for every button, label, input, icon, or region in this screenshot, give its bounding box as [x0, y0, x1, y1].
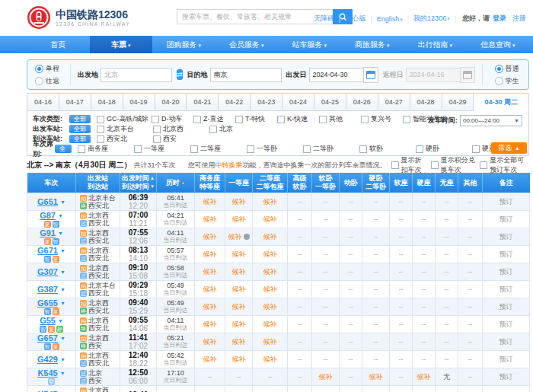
book-button[interactable]: 预订: [499, 215, 513, 223]
date-tab[interactable]: 04-18: [91, 93, 123, 111]
column-header[interactable]: 高级软卧: [288, 173, 312, 193]
column-header[interactable]: 无座: [436, 173, 458, 193]
train-expand-icon[interactable]: ▼: [60, 334, 65, 343]
book-button[interactable]: 预订: [499, 198, 513, 206]
seat-availability[interactable]: 候补: [232, 285, 246, 293]
nav-item[interactable]: 商旅服务▾: [341, 36, 404, 53]
nav-item[interactable]: 团购服务▾: [152, 36, 215, 53]
column-header[interactable]: 其他: [458, 173, 483, 193]
column-header[interactable]: 软座: [390, 173, 413, 193]
train-expand-icon[interactable]: ▼: [60, 247, 65, 255]
seat-availability[interactable]: 候补: [232, 250, 246, 258]
book-button[interactable]: 预订: [499, 233, 513, 241]
radio-normal[interactable]: 普通: [495, 64, 519, 74]
seat-availability[interactable]: 候补: [263, 285, 277, 293]
date-tab[interactable]: 04-26: [346, 93, 378, 111]
radio-round-trip[interactable]: 往返: [35, 76, 59, 86]
filter-checkbox[interactable]: D-动车: [152, 114, 190, 124]
seat-availability[interactable]: 候补: [232, 355, 246, 363]
train-code-link[interactable]: K545: [37, 369, 57, 378]
seat-availability[interactable]: 候补: [203, 250, 217, 258]
filter-checkbox[interactable]: 北京丰台: [97, 124, 150, 134]
depart-date-input[interactable]: [309, 68, 363, 82]
column-header[interactable]: 硬卧二等卧: [362, 173, 390, 193]
topbar-link[interactable]: English▾: [377, 15, 403, 23]
book-button[interactable]: 预订: [499, 320, 513, 328]
seat-availability[interactable]: 候补: [203, 215, 217, 223]
nav-item[interactable]: 站车服务▾: [278, 36, 341, 53]
train-code-link[interactable]: G91: [40, 229, 56, 237]
filter-checkbox[interactable]: 二等卧: [303, 144, 356, 154]
column-header[interactable]: 硬座: [413, 173, 436, 193]
filter-checkbox[interactable]: 硬卧: [416, 144, 469, 154]
train-code-link[interactable]: G387: [37, 285, 58, 294]
filter-all-button[interactable]: 全部: [69, 125, 91, 133]
seat-availability[interactable]: 候补: [232, 303, 246, 311]
topbar-link[interactable]: 我的12306▾: [413, 14, 450, 24]
date-tab[interactable]: 04-16: [27, 93, 59, 111]
filter-checkbox[interactable]: 商务座: [78, 144, 131, 154]
train-code-link[interactable]: G655: [37, 299, 58, 308]
swap-stations-icon[interactable]: ⇄: [177, 69, 183, 80]
book-button[interactable]: 预订: [499, 338, 513, 346]
date-tab[interactable]: 04-21: [186, 93, 219, 111]
transfer-link[interactable]: 中转换乘: [215, 161, 243, 169]
seat-availability[interactable]: 候补: [203, 338, 217, 346]
train-expand-icon[interactable]: ▼: [60, 299, 65, 308]
nav-item[interactable]: 信息查询▾: [467, 36, 530, 53]
column-header[interactable]: 软卧一等卧: [312, 173, 340, 193]
book-button[interactable]: 预订: [499, 268, 513, 276]
seat-availability[interactable]: 候补: [263, 320, 277, 328]
column-header[interactable]: 二等座二等包座: [253, 173, 288, 193]
filter-checkbox[interactable]: 北京: [209, 124, 263, 134]
filter-checkbox[interactable]: K-快速: [277, 114, 316, 124]
seat-availability[interactable]: 候补: [203, 320, 217, 328]
date-tab[interactable]: 04-23: [250, 93, 282, 111]
train-code-link[interactable]: G307: [37, 268, 58, 276]
filter-all-button[interactable]: 全部: [69, 135, 91, 143]
seat-availability[interactable]: 候补: [417, 373, 431, 381]
radio-one-way[interactable]: 单程: [35, 64, 59, 74]
filter-all-button[interactable]: 全部: [55, 145, 72, 153]
column-header[interactable]: 备注: [483, 173, 530, 193]
column-header[interactable]: 动卧: [340, 173, 362, 193]
seat-availability[interactable]: 候补: [203, 285, 217, 293]
train-code-link[interactable]: G87: [40, 212, 56, 220]
filter-all-button[interactable]: 全部: [69, 115, 91, 123]
filter-checkbox[interactable]: 软卧: [359, 144, 413, 154]
train-expand-icon[interactable]: ▼: [60, 369, 65, 378]
seat-availability[interactable]: 候补: [203, 233, 217, 241]
radio-student[interactable]: 学生: [495, 76, 519, 86]
seat-availability[interactable]: 候补: [232, 198, 246, 206]
seat-availability[interactable]: 候补: [263, 198, 277, 206]
filter-checkbox[interactable]: 西安北: [97, 134, 150, 144]
display-option-checkbox[interactable]: 显示积分兑换车次: [431, 155, 476, 175]
seat-availability[interactable]: 候补: [263, 233, 277, 241]
login-link[interactable]: 登录: [493, 14, 506, 22]
seat-availability[interactable]: 候补: [263, 215, 277, 223]
filter-checkbox[interactable]: T-特快: [235, 114, 274, 124]
from-input[interactable]: [101, 68, 172, 82]
column-header[interactable]: 商务座特等座: [195, 173, 225, 193]
book-button[interactable]: 预订: [499, 303, 513, 311]
sort-arrow-icon[interactable]: ▲: [150, 176, 155, 180]
seat-availability[interactable]: 候补: [232, 320, 246, 328]
seat-availability[interactable]: 候补: [228, 233, 242, 241]
filter-checkbox[interactable]: 北京西: [153, 124, 206, 134]
topbar-link[interactable]: 无障碍: [314, 14, 334, 24]
column-header[interactable]: 历时▲: [157, 173, 195, 193]
seat-availability[interactable]: 候补: [263, 355, 277, 363]
date-tab[interactable]: 04-17: [59, 93, 91, 111]
nav-item[interactable]: 车票▾: [90, 36, 153, 53]
seat-availability[interactable]: 候补: [263, 338, 277, 346]
to-input[interactable]: [210, 68, 282, 82]
seat-availability[interactable]: 候补: [203, 355, 217, 363]
train-code-link[interactable]: G55: [40, 317, 56, 325]
filter-checkbox[interactable]: Z-直达: [193, 114, 232, 124]
train-expand-icon[interactable]: ▼: [58, 229, 63, 237]
depart-calendar-button[interactable]: [363, 67, 378, 83]
date-tab[interactable]: 04-29: [442, 93, 474, 111]
filter-checkbox[interactable]: 一等卧: [247, 144, 300, 154]
date-tab[interactable]: 04-19: [123, 93, 155, 111]
date-tab[interactable]: 04-28: [410, 93, 442, 111]
